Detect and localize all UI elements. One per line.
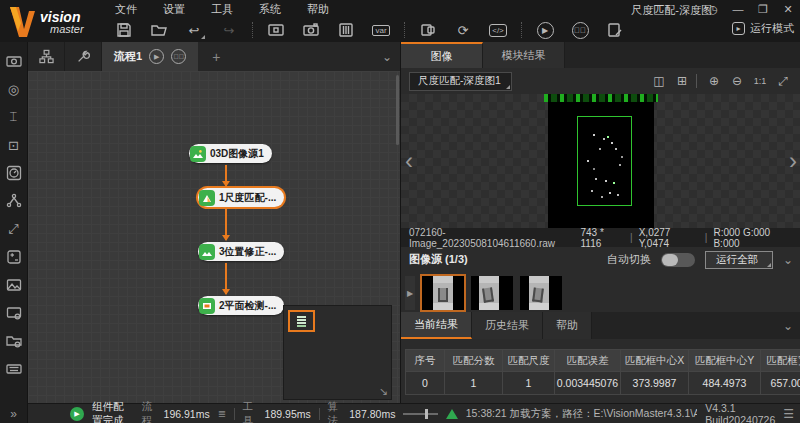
sync-icon[interactable]: ⟳: [451, 20, 475, 40]
flow-node-position-fix[interactable]: 3位置修正-...: [198, 242, 284, 261]
minimap-viewport-box[interactable]: [288, 310, 315, 332]
speed-slider[interactable]: [403, 413, 437, 415]
run-continuous-icon[interactable]: ▶⃕: [568, 20, 592, 40]
auto-switch-toggle[interactable]: [661, 253, 695, 267]
fit-window-icon[interactable]: ⤢: [773, 72, 793, 90]
display-settings-icon[interactable]: [5, 304, 23, 322]
image-source-select-value: 尺度匹配-深度图1: [418, 74, 501, 88]
pixel-rgb-value: R:000 G:000 B:000: [713, 227, 793, 249]
locate-target-icon[interactable]: ◎: [5, 80, 23, 98]
source-bar-collapse-icon[interactable]: ⌄: [783, 253, 793, 267]
split-view-icon[interactable]: ◫: [649, 72, 669, 90]
zoom-one-to-one-icon[interactable]: 1:1: [750, 72, 770, 90]
thumbnail-2[interactable]: [471, 276, 513, 310]
flow-canvas-scrollbar[interactable]: [396, 75, 399, 145]
menu-help[interactable]: 帮助: [307, 2, 329, 17]
flow-tab-1[interactable]: 流程1 ▶ ▶⃕: [102, 42, 198, 71]
maximize-button[interactable]: ❐: [755, 1, 771, 17]
script-icon[interactable]: </>: [486, 20, 510, 40]
image-viewer[interactable]: ‹ ›: [401, 94, 800, 228]
flow-wrench-icon[interactable]: [65, 42, 102, 71]
sidebar-more-icon[interactable]: »: [10, 407, 17, 421]
folder-settings-icon[interactable]: [5, 332, 23, 350]
flow-time-label: 流程: [142, 400, 156, 423]
log-status-triangle-icon: [446, 409, 458, 419]
main-toolbar: ↩ ↪ var ⟳ </> ▶ ▶⃕: [112, 19, 627, 41]
time-detail-icon[interactable]: ≣: [218, 408, 226, 419]
col-match-width: 匹配框宽度: [761, 349, 800, 372]
flow-minimap[interactable]: ↘: [283, 305, 392, 400]
close-button[interactable]: ✕: [780, 1, 796, 17]
snapshot-window-icon[interactable]: [264, 20, 288, 40]
recognition-region-icon[interactable]: ⊡: [5, 136, 23, 154]
camera-icon[interactable]: [299, 20, 323, 40]
grid-view-icon[interactable]: ⊞: [672, 72, 692, 90]
redo-icon[interactable]: ↪: [217, 20, 241, 40]
run-mode-button[interactable]: ▸ 运行模式: [732, 21, 794, 36]
tab-history-result[interactable]: 历史结果: [472, 312, 543, 339]
logo-line2: master: [50, 24, 84, 35]
toolbar-divider: [521, 22, 522, 38]
runtime-clock-icon[interactable]: ◷: [705, 1, 721, 17]
run-once-icon[interactable]: ▶: [533, 20, 557, 40]
flow-node-scale-match[interactable]: 1尺度匹配-...: [198, 188, 284, 207]
flow-tabbar-collapse-icon[interactable]: ⌄: [382, 50, 400, 64]
tab-module-result[interactable]: 模块结果: [483, 42, 565, 68]
next-image-chevron-icon[interactable]: ›: [789, 152, 797, 170]
minimize-button[interactable]: —: [730, 1, 746, 17]
thumbnail-expand-icon[interactable]: ▶: [405, 276, 415, 310]
acquisition-camera-icon[interactable]: [5, 52, 23, 70]
timer-icon[interactable]: [5, 164, 23, 182]
node-plane-detect-icon: [199, 298, 215, 314]
run-all-button[interactable]: 运行全部: [705, 251, 773, 269]
minimap-resize-icon[interactable]: ↘: [379, 385, 388, 398]
zoom-out-icon[interactable]: ⊖: [727, 72, 747, 90]
menu-system[interactable]: 系统: [259, 2, 281, 17]
slider-handle[interactable]: [425, 409, 428, 419]
device-io-icon[interactable]: [416, 20, 440, 40]
menu-tools[interactable]: 工具: [211, 2, 233, 17]
depth-image-noise-band: [544, 94, 658, 102]
open-folder-icon[interactable]: [147, 20, 171, 40]
transform-icon[interactable]: ⤢: [5, 220, 23, 238]
flow-hierarchy-icon[interactable]: [28, 42, 65, 71]
menu-settings[interactable]: 设置: [163, 2, 185, 17]
add-flow-tab-button[interactable]: +: [198, 42, 234, 71]
toggle-knob: [662, 254, 678, 266]
tab-help[interactable]: 帮助: [543, 312, 592, 339]
zoom-in-icon[interactable]: ⊕: [704, 72, 724, 90]
tab-current-result[interactable]: 当前结果: [401, 312, 472, 339]
status-divider: [319, 408, 320, 420]
image-source-select[interactable]: 尺度匹配-深度图1: [409, 72, 512, 91]
result-bar-collapse-icon[interactable]: ⌄: [783, 319, 800, 333]
flow-run-loop-icon[interactable]: ▶⃕: [171, 49, 186, 64]
log-list-icon[interactable]: ☰: [783, 407, 794, 421]
flow-run-once-icon[interactable]: ▶: [149, 49, 164, 64]
measure-icon[interactable]: ⌶: [5, 108, 23, 126]
module-list-icon[interactable]: [334, 20, 358, 40]
image-info-bar: 072160-Image_20230508104611660.raw 743 *…: [401, 228, 800, 247]
thumbnail-1[interactable]: [422, 276, 464, 310]
flow-node-image-source[interactable]: 03D图像源1: [189, 144, 272, 163]
prev-image-chevron-icon[interactable]: ‹: [405, 152, 413, 170]
alignment-network-icon[interactable]: [5, 192, 23, 210]
flow-tab-bar: 流程1 ▶ ▶⃕ + ⌄: [28, 42, 400, 71]
undo-icon[interactable]: ↩: [182, 20, 206, 40]
keyboard-icon[interactable]: [5, 360, 23, 378]
result-table-row[interactable]: 0 1 1 0.003445076 373.9987 484.4973 657.…: [405, 372, 800, 395]
menu-file[interactable]: 文件: [115, 2, 137, 17]
edit-scheme-icon[interactable]: [603, 20, 627, 40]
flow-node-plane-detect[interactable]: 2平面检测-...: [198, 296, 284, 315]
app-logo: vision master: [8, 3, 108, 41]
flow-canvas[interactable]: 03D图像源1 1尺度匹配-... 3位置修正-...: [28, 71, 400, 403]
thumbnail-3[interactable]: [520, 276, 562, 310]
status-divider: [234, 408, 235, 420]
cell-match-center-y: 484.4973: [689, 372, 761, 395]
image-process-icon[interactable]: [5, 276, 23, 294]
node-label: 2平面检测-...: [219, 299, 276, 313]
tab-image[interactable]: 图像: [401, 42, 483, 68]
global-variable-icon[interactable]: var: [369, 20, 393, 40]
save-icon[interactable]: [112, 20, 136, 40]
depth-image[interactable]: [548, 94, 654, 228]
calculator-icon[interactable]: [5, 248, 23, 266]
